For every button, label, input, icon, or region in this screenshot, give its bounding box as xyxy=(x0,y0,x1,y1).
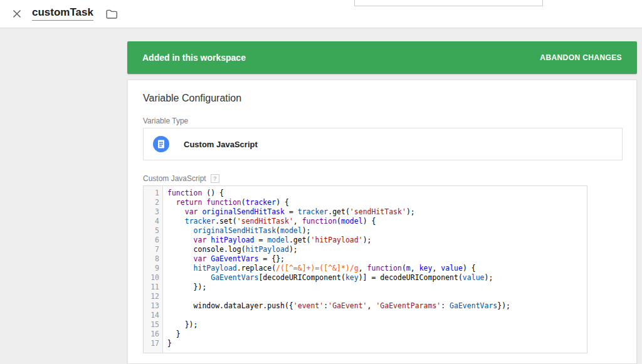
close-button[interactable] xyxy=(10,7,24,21)
variable-type-label: Variable Type xyxy=(143,117,188,125)
variable-title[interactable]: customTask xyxy=(32,7,93,21)
code-editor[interactable]: 1234567891011121314151617 function () { … xyxy=(143,185,587,353)
editor-label: Custom JavaScript xyxy=(143,174,206,183)
code-editor-lines[interactable]: function () { return function(tracker) {… xyxy=(163,186,587,353)
close-icon xyxy=(12,9,22,19)
folder-icon xyxy=(106,9,117,19)
folder-button[interactable] xyxy=(105,7,118,21)
variable-type-value: Custom JavaScript xyxy=(184,140,258,149)
variable-configuration-card: Variable Configuration Variable Type Cus… xyxy=(127,80,637,364)
banner-message: Added in this workspace xyxy=(142,53,246,63)
variable-type-selector[interactable]: Custom JavaScript xyxy=(143,128,623,160)
topbar: customTask xyxy=(0,0,642,28)
code-editor-gutter: 1234567891011121314151617 xyxy=(144,186,163,353)
popup-remnant-edge xyxy=(354,0,543,6)
card-title: Variable Configuration xyxy=(143,93,241,104)
abandon-changes-button[interactable]: ABANDON CHANGES xyxy=(540,53,622,62)
help-icon[interactable]: ? xyxy=(211,174,219,183)
custom-javascript-icon xyxy=(152,135,170,153)
workspace-banner: Added in this workspace ABANDON CHANGES xyxy=(127,41,637,74)
editor-label-row: Custom JavaScript ? xyxy=(143,174,219,183)
